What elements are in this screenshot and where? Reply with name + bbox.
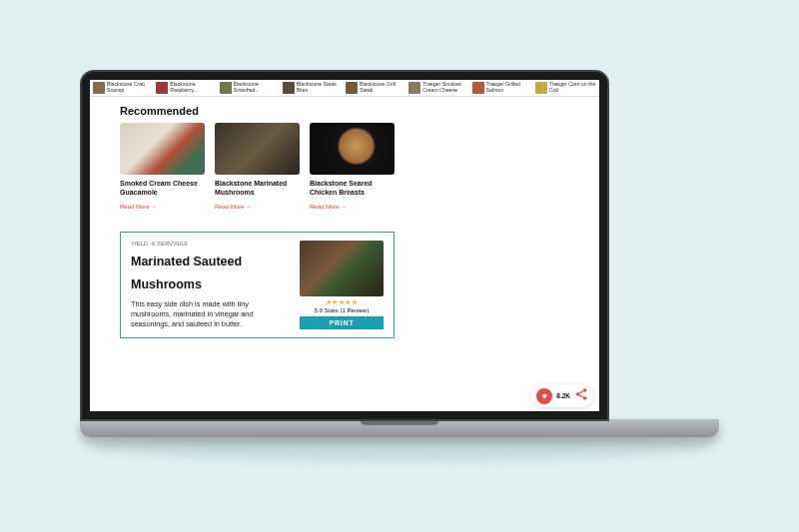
read-more-link[interactable]: Read More → — [215, 204, 300, 210]
topnav-item[interactable]: Blackstone Crab Scampi — [93, 82, 154, 94]
recommended-card[interactable]: Blackstone Marinated Mushrooms Read More… — [215, 123, 300, 210]
top-recipe-nav: Blackstone Crab Scampi Blackstone Raspbe… — [90, 80, 599, 97]
recommended-card[interactable]: Smoked Cream Cheese Guacamole Read More … — [120, 123, 205, 210]
recipe-card: YIELD: 6 SERVINGS Marinated Sauteed Mush… — [120, 232, 395, 338]
topnav-thumb-icon — [346, 82, 358, 94]
recommended-heading: Recommended — [120, 105, 569, 117]
svg-point-2 — [583, 396, 587, 400]
laptop-base — [80, 419, 719, 437]
topnav-label: Traeger Grilled Salmon — [486, 82, 533, 93]
topnav-thumb-icon — [535, 82, 547, 94]
recipe-image — [300, 241, 384, 296]
recommended-image — [215, 123, 300, 175]
topnav-item[interactable]: Traeger Grilled Salmon — [472, 82, 533, 94]
topnav-label: Blackstone Grill Steak — [360, 82, 406, 93]
topnav-thumb-icon — [93, 82, 105, 94]
recipe-title: Marinated Sauteed Mushrooms — [131, 251, 290, 295]
recipe-info: YIELD: 6 SERVINGS Marinated Sauteed Mush… — [131, 241, 290, 329]
topnav-label: Blackstone Steak Bites — [297, 82, 344, 93]
topnav-item[interactable]: Blackstone Smashed... — [220, 82, 281, 94]
recommended-row: Smoked Cream Cheese Guacamole Read More … — [120, 123, 569, 210]
topnav-thumb-icon — [220, 82, 232, 94]
recommended-title: Smoked Cream Cheese Guacamole — [120, 180, 205, 198]
svg-point-0 — [583, 388, 587, 392]
topnav-thumb-icon — [283, 82, 295, 94]
read-more-link[interactable]: Read More → — [120, 204, 205, 210]
svg-point-1 — [576, 392, 580, 396]
like-count: 8.2K — [556, 392, 570, 399]
main-content: Recommended Smoked Cream Cheese Guacamol… — [90, 97, 599, 346]
screen: Blackstone Crab Scampi Blackstone Raspbe… — [90, 80, 599, 411]
topnav-label: Blackstone Crab Scampi — [107, 82, 154, 93]
topnav-label: Traeger Corn on the Cob — [549, 82, 596, 93]
topnav-thumb-icon — [408, 82, 420, 94]
recipe-yield: YIELD: 6 SERVINGS — [131, 241, 290, 247]
like-button[interactable]: ♥ — [536, 388, 552, 404]
read-more-link[interactable]: Read More → — [310, 204, 395, 210]
topnav-thumb-icon — [472, 82, 484, 94]
print-button[interactable]: PRINT — [300, 316, 384, 329]
star-rating-icon: ★★★★★ — [300, 298, 384, 306]
topnav-item[interactable]: Traeger Smoked Cream Cheese — [408, 82, 469, 94]
share-button[interactable] — [574, 387, 588, 404]
recommended-image — [120, 123, 205, 175]
recipe-description: This easy side dish is made with tiny mu… — [131, 299, 290, 329]
recipe-side: ★★★★★ 5.0 Stars (1 Review) PRINT — [300, 241, 384, 329]
recommended-card[interactable]: Blackstone Seared Chicken Breasts Read M… — [310, 123, 395, 210]
topnav-item[interactable]: Traeger Corn on the Cob — [535, 82, 596, 94]
heart-icon: ♥ — [542, 391, 547, 401]
topnav-label: Traeger Smoked Cream Cheese — [422, 82, 469, 93]
topnav-label: Blackstone Raspberry... — [170, 82, 217, 93]
rating-text: 5.0 Stars (1 Review) — [300, 307, 384, 313]
recommended-image — [310, 123, 395, 175]
topnav-item[interactable]: Blackstone Grill Steak — [346, 82, 406, 94]
topnav-thumb-icon — [156, 82, 168, 94]
screen-frame: Blackstone Crab Scampi Blackstone Raspbe… — [80, 70, 609, 421]
topnav-label: Blackstone Smashed... — [234, 82, 281, 93]
topnav-item[interactable]: Blackstone Steak Bites — [283, 82, 344, 94]
recommended-title: Blackstone Marinated Mushrooms — [215, 180, 300, 198]
topnav-item[interactable]: Blackstone Raspberry... — [156, 82, 217, 94]
recommended-title: Blackstone Seared Chicken Breasts — [310, 180, 395, 198]
share-icon — [574, 387, 588, 401]
laptop-mockup: Blackstone Crab Scampi Blackstone Raspbe… — [80, 70, 719, 461]
floating-share-bar: ♥ 8.2K — [531, 384, 593, 407]
